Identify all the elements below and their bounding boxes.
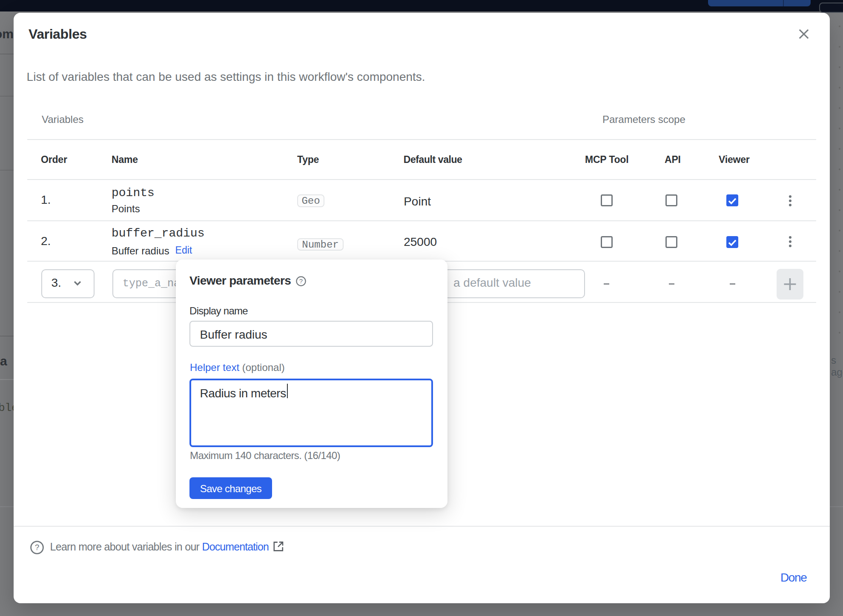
svg-text:?: ? (299, 277, 303, 285)
svg-text:?: ? (35, 543, 40, 552)
